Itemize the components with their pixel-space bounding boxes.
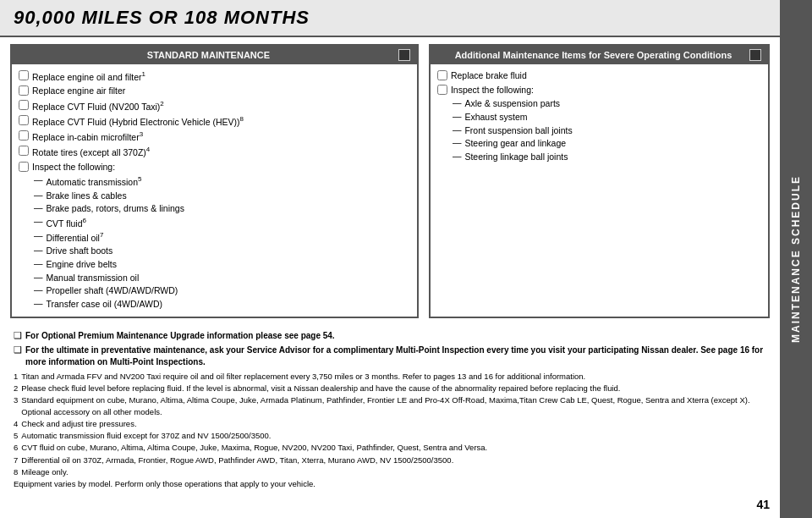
standard-header-icon <box>398 49 410 61</box>
footnote-4: 4 Check and adjust tire pressures. <box>14 418 766 429</box>
standard-maintenance-body: Replace engine oil and filter1 Replace e… <box>12 64 417 317</box>
sub-item: — Propeller shaft (4WD/AWD/RWD) <box>34 284 410 297</box>
additional-maintenance-body: Replace brake fluid Inspect the followin… <box>431 64 768 169</box>
footnote-7: 7 Differential oil on 370Z, Armada, Fron… <box>14 455 766 466</box>
standard-maintenance-header: STANDARD MAINTENANCE <box>12 46 417 64</box>
footnote-main-text-2: For the ultimate in preventative mainten… <box>25 344 766 368</box>
content-area: STANDARD MAINTENANCE Replace engine oil … <box>0 37 780 518</box>
checkbox-5[interactable] <box>19 130 29 141</box>
footnote-3: 3 Standard equipment on cube, Murano, Al… <box>14 394 766 417</box>
item-text: Replace engine air filter <box>32 85 125 97</box>
footnote-8: 8 Mileage only. <box>14 466 766 477</box>
sidebar-right: MAINTENANCE SCHEDULE <box>780 0 812 518</box>
sidebar-label: MAINTENANCE SCHEDULE <box>790 175 802 343</box>
item-text: Replace CVT Fluid (NV200 Taxi)2 <box>32 99 164 113</box>
checkbox-4[interactable] <box>19 115 29 125</box>
page-title: 90,000 MILES OR 108 MONTHS <box>14 7 766 29</box>
footnote-equipment-text: Equipment varies by model. Perform only … <box>14 478 315 489</box>
sub-item: — Automatic transmission5 <box>34 174 410 188</box>
checkbox-1[interactable] <box>19 70 29 80</box>
sub-item: — Manual transmission oil <box>34 272 410 284</box>
sub-item-text: Automatic transmission5 <box>47 174 142 188</box>
footnote-3-text: Standard equipment on cube, Murano, Alti… <box>21 394 766 417</box>
list-item: Replace CVT Fluid (Hybrid Electronic Veh… <box>19 114 410 128</box>
sub-item-text: Manual transmission oil <box>47 272 140 284</box>
sub-item: — Transfer case oil (4WD/AWD) <box>34 298 410 311</box>
footnote-5-text: Automatic transmission fluid except for … <box>21 430 271 441</box>
checkbox-6[interactable] <box>19 146 29 156</box>
footnote-2: 2 Please check fluid level before replac… <box>14 383 766 394</box>
sub-item-text: Exhaust system <box>464 111 527 124</box>
list-item: Inspect the following: <box>437 84 761 96</box>
additional-maintenance-table: Additional Maintenance Items for Severe … <box>429 44 770 318</box>
item-text: Replace brake fluid <box>451 69 527 82</box>
sub-item-text: Axle & suspension parts <box>464 97 560 110</box>
tables-row: STANDARD MAINTENANCE Replace engine oil … <box>10 44 770 318</box>
list-item: Replace engine air filter <box>19 85 410 97</box>
footnote-1-text: Titan and Armada FFV and NV200 Taxi requ… <box>21 371 585 382</box>
sub-item-text: Drive shaft boots <box>47 245 113 257</box>
sub-item-text: Steering gear and linkage <box>464 137 566 150</box>
additional-maintenance-header: Additional Maintenance Items for Severe … <box>431 46 768 64</box>
sub-item: — CVT fluid6 <box>34 216 410 229</box>
checkbox-a1[interactable] <box>437 70 447 80</box>
sub-item-text: Steering linkage ball joints <box>464 151 568 163</box>
footnote-main-2: ❑ For the ultimate in preventative maint… <box>14 344 766 368</box>
standard-maintenance-table: STANDARD MAINTENANCE Replace engine oil … <box>10 44 419 318</box>
sub-item: — Steering linkage ball joints <box>453 151 761 163</box>
checkbox-7[interactable] <box>19 162 29 172</box>
sub-item-text: Front suspension ball joints <box>464 124 572 137</box>
footnote-2-text: Please check fluid level before replacin… <box>21 383 620 394</box>
item-text: Replace engine oil and filter1 <box>32 69 145 83</box>
page-header: 90,000 MILES OR 108 MONTHS <box>0 0 780 37</box>
list-item: Replace engine oil and filter1 <box>19 69 410 83</box>
sub-item: — Engine drive belts <box>34 258 410 271</box>
sub-item-text: CVT fluid6 <box>47 216 86 229</box>
additional-sub-items: — Axle & suspension parts — Exhaust syst… <box>453 97 761 163</box>
item-text: Rotate tires (except all 370Z)4 <box>32 145 150 158</box>
list-item: Rotate tires (except all 370Z)4 <box>19 145 410 158</box>
sub-item: — Brake lines & cables <box>34 190 410 202</box>
sub-item: — Front suspension ball joints <box>453 124 761 137</box>
footnote-1: 1 Titan and Armada FFV and NV200 Taxi re… <box>14 371 766 382</box>
footnote-5: 5 Automatic transmission fluid except fo… <box>14 430 766 441</box>
sub-item-text: Brake lines & cables <box>47 190 127 202</box>
list-item: Replace in-cabin microfilter3 <box>19 130 410 143</box>
sub-item-text: Differential oil7 <box>47 230 104 244</box>
sub-item: — Steering gear and linkage <box>453 137 761 150</box>
page-number: 41 <box>756 498 770 511</box>
footnote-main-1: ❑ For Optional Premium Maintenance Upgra… <box>14 330 766 342</box>
sub-item-text: Engine drive belts <box>47 258 117 271</box>
sub-item: — Differential oil7 <box>34 230 410 244</box>
item-text: Replace in-cabin microfilter3 <box>32 130 143 143</box>
sub-item-text: Propeller shaft (4WD/AWD/RWD) <box>47 284 178 297</box>
item-text: Replace CVT Fluid (Hybrid Electronic Veh… <box>32 114 244 128</box>
checkbox-2[interactable] <box>19 85 29 96</box>
item-text: Inspect the following: <box>451 84 534 96</box>
footnote-equipment: Equipment varies by model. Perform only … <box>14 478 766 489</box>
footnote-main-text: For Optional Premium Maintenance Upgrade… <box>25 330 335 342</box>
footnote-8-text: Mileage only. <box>21 466 68 477</box>
footnote-4-text: Check and adjust tire pressures. <box>21 418 136 429</box>
sub-item: — Drive shaft boots <box>34 245 410 257</box>
checkbox-a2[interactable] <box>437 85 447 95</box>
sub-item: — Exhaust system <box>453 111 761 124</box>
sub-item: — Brake pads, rotors, drums & linings <box>34 202 410 215</box>
item-text: Inspect the following: <box>32 161 115 174</box>
sub-items: — Automatic transmission5 — Brake lines … <box>34 174 410 310</box>
sub-item: — Axle & suspension parts <box>453 97 761 110</box>
list-item: Replace CVT Fluid (NV200 Taxi)2 <box>19 99 410 113</box>
checkbox-3[interactable] <box>19 100 29 110</box>
footnotes-area: ❑ For Optional Premium Maintenance Upgra… <box>10 330 770 491</box>
list-item: Replace brake fluid <box>437 69 761 82</box>
footnote-6-text: CVT fluid on cube, Murano, Altima, Altim… <box>21 442 487 453</box>
footnote-7-text: Differential oil on 370Z, Armada, Fronti… <box>21 455 453 466</box>
standard-maintenance-title: STANDARD MAINTENANCE <box>19 50 398 60</box>
additional-header-icon <box>749 49 761 61</box>
additional-maintenance-title: Additional Maintenance Items for Severe … <box>437 50 749 60</box>
sub-item-text: Brake pads, rotors, drums & linings <box>47 202 184 215</box>
main-content: 90,000 MILES OR 108 MONTHS STANDARD MAIN… <box>0 0 780 518</box>
list-item: Inspect the following: <box>19 161 410 174</box>
sub-item-text: Transfer case oil (4WD/AWD) <box>47 298 163 311</box>
footnote-6: 6 CVT fluid on cube, Murano, Altima, Alt… <box>14 442 766 453</box>
